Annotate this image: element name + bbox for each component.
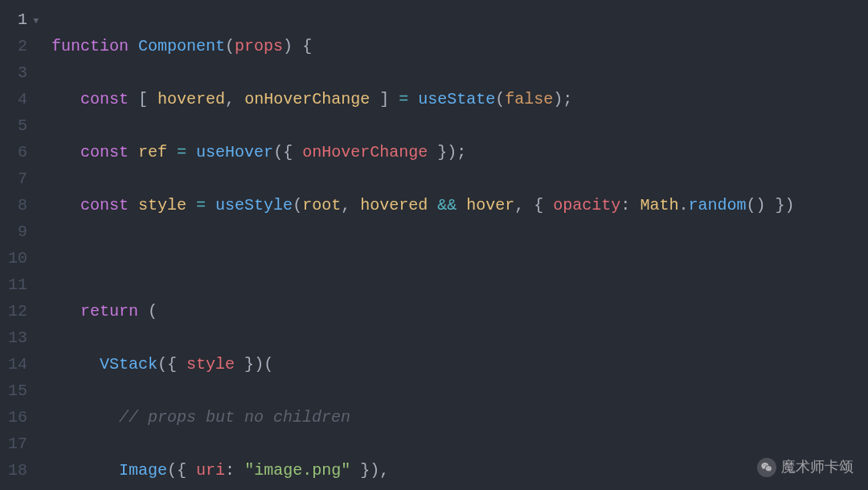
code-line[interactable]: const ref = useHover({ onHoverChange });: [51, 139, 868, 165]
line-number: 7: [0, 165, 39, 192]
code-editor: 1▼ 2 3 4 5 6 7 8 9 10 11 12 13 14 15 16 …: [0, 0, 868, 490]
line-number: 8: [0, 192, 39, 218]
line-number: 6: [0, 139, 39, 165]
code-line[interactable]: function Component(props) {: [51, 33, 868, 59]
code-line[interactable]: return (: [51, 298, 868, 325]
line-number: 16: [0, 404, 39, 431]
code-line[interactable]: Image({ uri: "image.png" }),: [51, 457, 868, 484]
line-number: 4: [0, 86, 39, 112]
line-number: 12: [0, 298, 39, 325]
wechat-icon: [757, 458, 776, 477]
line-number: 9: [0, 218, 39, 245]
line-number: 18: [0, 457, 39, 484]
line-number: 1▼: [0, 6, 39, 33]
line-number: 5: [0, 112, 39, 139]
line-number: 13: [0, 325, 39, 351]
line-gutter: 1▼ 2 3 4 5 6 7 8 9 10 11 12 13 14 15 16 …: [0, 0, 39, 490]
line-number: 10: [0, 245, 39, 272]
watermark: 魔术师卡颂: [757, 454, 854, 480]
line-number: 11: [0, 272, 39, 298]
fold-arrow-icon[interactable]: ▼: [33, 8, 39, 35]
line-number: 14: [0, 351, 39, 378]
code-line[interactable]: const style = useStyle(root, hovered && …: [51, 192, 868, 218]
line-number: 3: [0, 59, 39, 86]
code-line[interactable]: // props but no children: [51, 404, 868, 431]
code-line[interactable]: VStack({ style })(: [51, 351, 868, 378]
line-number: 15: [0, 378, 39, 404]
watermark-text: 魔术师卡颂: [781, 454, 854, 480]
code-area[interactable]: function Component(props) { const [ hove…: [39, 0, 868, 490]
line-number: 2: [0, 33, 39, 59]
code-line[interactable]: const [ hovered, onHoverChange ] = useSt…: [51, 86, 868, 112]
line-number: 17: [0, 431, 39, 457]
code-line[interactable]: [51, 245, 868, 272]
